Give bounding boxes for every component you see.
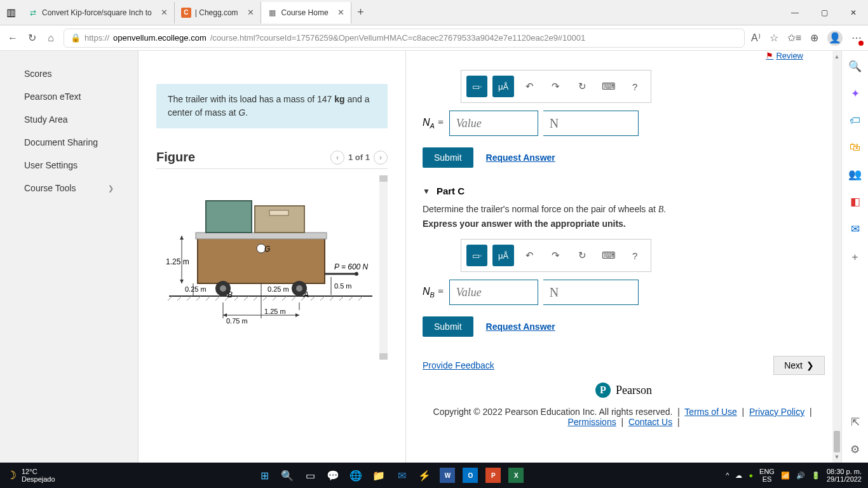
start-icon[interactable]: ⊞ bbox=[257, 468, 272, 483]
maximize-button[interactable]: ▢ bbox=[810, 0, 839, 25]
scroll-up-icon[interactable]: ▲ bbox=[834, 53, 840, 60]
sidebar-label: Scores bbox=[24, 69, 52, 79]
new-tab-button[interactable]: + bbox=[351, 6, 370, 19]
search-icon[interactable]: 🔍 bbox=[848, 60, 862, 73]
privacy-link[interactable]: Privacy Policy bbox=[749, 407, 804, 417]
edge-icon[interactable]: 🌐 bbox=[348, 468, 363, 483]
scroll-thumb[interactable] bbox=[834, 431, 840, 452]
redo-icon[interactable]: ↷ bbox=[545, 76, 566, 97]
help-icon[interactable]: ? bbox=[625, 245, 646, 266]
scrollbar[interactable]: ▲ ▼ bbox=[832, 51, 841, 463]
sidebar-item-docshare[interactable]: Document Sharing bbox=[0, 131, 138, 154]
terminal-icon[interactable]: ⚡ bbox=[417, 468, 432, 483]
favorites-icon[interactable]: ✩≡ bbox=[787, 32, 801, 44]
close-icon[interactable]: ✕ bbox=[161, 8, 168, 17]
add-icon[interactable]: + bbox=[852, 251, 858, 264]
chevron-up-icon[interactable]: ^ bbox=[726, 471, 729, 479]
status-icon[interactable]: ● bbox=[749, 471, 753, 479]
cloud-icon[interactable]: ☁ bbox=[735, 471, 742, 480]
chat-icon[interactable]: 💬 bbox=[325, 468, 341, 483]
back-button[interactable]: ← bbox=[6, 32, 19, 44]
profile-avatar[interactable]: 👤 bbox=[827, 30, 843, 46]
permissions-link[interactable]: Permissions bbox=[567, 417, 616, 427]
more-menu-button[interactable]: ⋯ bbox=[851, 32, 862, 44]
keyboard-icon[interactable]: ⌨ bbox=[598, 245, 619, 266]
close-window-button[interactable]: ✕ bbox=[839, 0, 868, 25]
unit-input-a[interactable] bbox=[543, 111, 639, 136]
part-c-header[interactable]: ▼ Part C bbox=[423, 186, 825, 196]
collections-icon[interactable]: ⊕ bbox=[810, 32, 818, 44]
undo-icon[interactable]: ↶ bbox=[519, 76, 540, 97]
browser-tab-1[interactable]: ⇄ Convert Kip-force/square Inch to ✕ bbox=[22, 2, 175, 24]
scroll-down-icon[interactable] bbox=[379, 353, 388, 360]
submit-button-c[interactable]: Submit bbox=[423, 316, 473, 337]
figure-next-button[interactable]: › bbox=[374, 151, 388, 165]
template-button[interactable]: ▭▫ bbox=[466, 245, 487, 266]
submit-button-a[interactable]: Submit bbox=[423, 147, 473, 168]
scroll-down-icon[interactable]: ▼ bbox=[834, 454, 840, 460]
browser-tab-3[interactable]: ▦ Course Home ✕ bbox=[261, 2, 351, 24]
home-button[interactable]: ⌂ bbox=[44, 32, 57, 44]
close-icon[interactable]: ✕ bbox=[247, 8, 254, 17]
sidebar-item-usersettings[interactable]: User Settings bbox=[0, 154, 138, 177]
svg-line-16 bbox=[311, 296, 315, 301]
expand-icon[interactable]: ⇱ bbox=[851, 416, 860, 429]
submit-row-c: Submit Request Answer bbox=[423, 316, 825, 337]
undo-icon[interactable]: ↶ bbox=[519, 245, 540, 266]
value-input-a[interactable] bbox=[449, 111, 538, 136]
provide-feedback-link[interactable]: Provide Feedback bbox=[423, 360, 494, 370]
powerpoint-icon[interactable]: P bbox=[485, 468, 501, 483]
keyboard-icon[interactable]: ⌨ bbox=[598, 76, 619, 97]
sidebar-item-study[interactable]: Study Area bbox=[0, 108, 138, 131]
scroll-up-icon[interactable] bbox=[379, 175, 388, 182]
next-button[interactable]: Next❯ bbox=[773, 356, 825, 375]
template-button[interactable]: ▭▫ bbox=[466, 76, 487, 97]
units-button[interactable]: μÅ bbox=[492, 76, 513, 97]
clock[interactable]: 08:30 p. m. 29/11/2022 bbox=[827, 468, 862, 483]
help-icon[interactable]: ? bbox=[625, 76, 646, 97]
shopping-icon[interactable]: 🛍 bbox=[850, 141, 860, 154]
search-icon[interactable]: 🔍 bbox=[280, 468, 295, 483]
terms-link[interactable]: Terms of Use bbox=[684, 407, 736, 417]
volume-icon[interactable]: 🔊 bbox=[796, 471, 805, 480]
sidebar-item-scores[interactable]: Scores bbox=[0, 62, 138, 85]
taskview-icon[interactable]: ▭ bbox=[302, 468, 318, 483]
wifi-icon[interactable]: 📶 bbox=[781, 471, 790, 480]
sidebar-item-coursetools[interactable]: Course Tools❯ bbox=[0, 177, 138, 200]
office-icon[interactable]: ◧ bbox=[850, 195, 860, 208]
close-icon[interactable]: ✕ bbox=[337, 8, 344, 17]
outlook-icon[interactable]: ✉ bbox=[851, 222, 860, 236]
unit-input-c[interactable] bbox=[543, 280, 639, 305]
minimize-button[interactable]: — bbox=[780, 0, 810, 25]
read-aloud-icon[interactable]: A⁾ bbox=[751, 32, 761, 44]
figure-prev-button[interactable]: ‹ bbox=[330, 151, 344, 165]
gear-icon[interactable]: ⚙ bbox=[850, 443, 860, 456]
refresh-button[interactable]: ↻ bbox=[25, 32, 38, 44]
request-answer-link-c[interactable]: Request Answer bbox=[486, 322, 555, 332]
star-icon[interactable]: ☆ bbox=[770, 32, 778, 44]
request-answer-link-a[interactable]: Request Answer bbox=[486, 152, 555, 163]
word-icon[interactable]: W bbox=[440, 468, 455, 483]
battery-icon[interactable]: 🔋 bbox=[811, 471, 820, 480]
reset-icon[interactable]: ↻ bbox=[572, 76, 593, 97]
people-icon[interactable]: 👥 bbox=[848, 168, 862, 181]
review-link[interactable]: ⚑Review bbox=[766, 51, 803, 60]
taskbar: ☽ 12°C Despejado ⊞ 🔍 ▭ 💬 🌐 📁 ✉ ⚡ W O P X… bbox=[0, 463, 868, 488]
outlook-icon[interactable]: O bbox=[463, 468, 478, 483]
browser-tab-2[interactable]: C | Chegg.com ✕ bbox=[175, 2, 261, 24]
addressbar[interactable]: 🔒 https://openvellum.ecollege.com/course… bbox=[64, 29, 745, 48]
tag-icon[interactable]: 🏷 bbox=[850, 114, 860, 127]
star-icon[interactable]: ✦ bbox=[851, 87, 860, 100]
value-input-c[interactable] bbox=[449, 280, 538, 305]
sidebar-item-etext[interactable]: Pearson eText bbox=[0, 85, 138, 108]
redo-icon[interactable]: ↷ bbox=[545, 245, 566, 266]
excel-icon[interactable]: X bbox=[508, 468, 524, 483]
explorer-icon[interactable]: 📁 bbox=[371, 468, 386, 483]
reset-icon[interactable]: ↻ bbox=[572, 245, 593, 266]
weather-widget[interactable]: ☽ 12°C Despejado bbox=[6, 468, 55, 483]
contact-link[interactable]: Contact Us bbox=[628, 417, 672, 427]
tab-list-icon[interactable]: ▥ bbox=[0, 6, 22, 18]
mail-icon[interactable]: ✉ bbox=[394, 468, 409, 483]
language-indicator[interactable]: ENG ES bbox=[759, 468, 775, 483]
units-button[interactable]: μÅ bbox=[492, 245, 513, 266]
